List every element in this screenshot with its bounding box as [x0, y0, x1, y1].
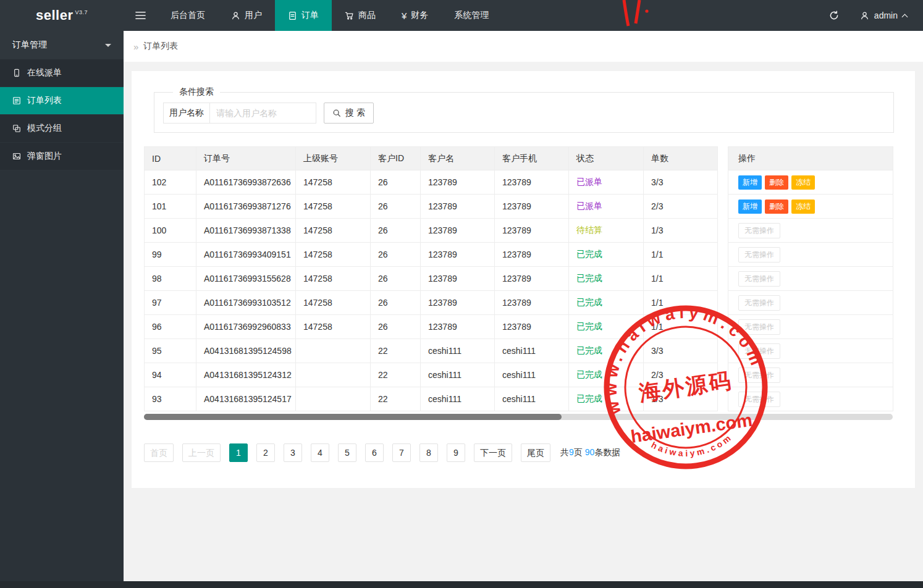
admin-menu[interactable]: admin	[850, 0, 923, 31]
admin-label: admin	[874, 10, 898, 20]
order-no: A01161736993103512	[196, 291, 296, 315]
add-button[interactable]: 新增	[738, 175, 762, 190]
row-id: 99	[145, 243, 196, 267]
refresh-icon	[829, 10, 839, 20]
topbar-nav: 后台首页用户订单商品¥财务系统管理	[158, 0, 502, 31]
pagination-page-7[interactable]: 7	[392, 443, 411, 462]
sidebar-group-order-management[interactable]: 订单管理	[0, 31, 124, 59]
sidebar-item-label: 模式分组	[27, 123, 62, 134]
order-status: 已完成	[569, 267, 644, 291]
customer-name: ceshi111	[421, 387, 495, 411]
group-icon	[12, 124, 21, 133]
search-fieldset: 条件搜索 用户名称 搜 索	[154, 86, 894, 133]
pagination-page-3[interactable]: 3	[284, 443, 302, 462]
ops-cell: 无需操作	[728, 387, 893, 411]
no-action-button: 无需操作	[738, 295, 780, 311]
ops-cell: 无需操作	[728, 267, 893, 291]
customer-phone: ceshi111	[495, 339, 569, 363]
sidebar-item-label: 订单列表	[27, 95, 62, 106]
nav-item-system[interactable]: 系统管理	[441, 0, 502, 31]
table-row: 100A011617369938713381472582612378912378…	[145, 219, 718, 243]
sidebar-item-online-dispatch[interactable]: 在线派单	[0, 59, 124, 87]
operations-table: 操作 新增删除冻结新增删除冻结无需操作无需操作无需操作无需操作无需操作无需操作无…	[728, 146, 893, 411]
pagination-page-6[interactable]: 6	[365, 443, 384, 462]
nav-item-orders[interactable]: 订单	[275, 0, 332, 31]
sidebar-item-popup-image[interactable]: 弹窗图片	[0, 143, 124, 170]
customer-name: ceshi111	[421, 363, 495, 387]
customer-id: 22	[371, 387, 421, 411]
nav-item-goods[interactable]: 商品	[332, 0, 389, 31]
row-id: 97	[145, 291, 196, 315]
sidebar-group-label: 订单管理	[12, 40, 47, 51]
nav-item-label: 系统管理	[454, 10, 489, 21]
order-status: 已完成	[569, 363, 644, 387]
nav-item-users[interactable]: 用户	[218, 0, 275, 31]
no-action-button: 无需操作	[738, 319, 780, 335]
pagination-page-1[interactable]: 1	[229, 443, 248, 462]
order-count: 1/1	[644, 267, 718, 291]
sidebar-item-label: 在线派单	[27, 67, 62, 78]
pagination-page-9[interactable]: 9	[447, 443, 465, 462]
order-status: 已完成	[569, 339, 644, 363]
pagination: 首页上一页123456789下一页尾页共9页 90条数据	[144, 443, 903, 462]
ops-cell: 新增删除冻结	[728, 195, 893, 219]
add-button[interactable]: 新增	[738, 200, 762, 214]
sidebar-item-order-list[interactable]: 订单列表	[0, 87, 124, 115]
sidebar-item-label: 弹窗图片	[27, 151, 62, 162]
nav-item-finance[interactable]: ¥财务	[389, 0, 441, 31]
pagination-next-button[interactable]: 下一页	[474, 443, 512, 462]
customer-phone: 123789	[495, 243, 569, 267]
no-action-button: 无需操作	[738, 223, 780, 238]
order-tables: ID订单号上级账号客户ID客户名客户手机状态单数 102A01161736993…	[144, 146, 903, 411]
table-row: 99A0116173699340915114725826123789123789…	[145, 243, 718, 267]
row-id: 93	[145, 387, 196, 411]
horizontal-scrollbar[interactable]	[144, 414, 893, 420]
list-icon	[12, 96, 21, 105]
column-header: 单数	[644, 147, 718, 170]
pagination-page-4[interactable]: 4	[311, 443, 329, 462]
row-id: 98	[145, 267, 196, 291]
order-count: 1/3	[644, 387, 718, 411]
freeze-button[interactable]: 冻结	[791, 200, 815, 214]
order-status: 已完成	[569, 315, 644, 339]
customer-id: 26	[371, 315, 421, 339]
nav-item-label: 商品	[358, 10, 376, 21]
no-action-button: 无需操作	[738, 271, 780, 287]
row-id: 102	[145, 170, 196, 195]
order-count: 1/1	[644, 291, 718, 315]
menu-toggle-button[interactable]	[124, 0, 158, 31]
order-list-card: 条件搜索 用户名称 搜 索 ID订单号上级账号客户ID客户名客户手机状态单数	[132, 71, 915, 488]
table-row: 97A0116173699310351214725826123789123789…	[145, 291, 718, 315]
scrollbar-thumb[interactable]	[144, 414, 562, 420]
order-no: A01161736993872636	[196, 170, 296, 195]
order-no: A04131681395124517	[196, 387, 296, 411]
customer-id: 22	[371, 339, 421, 363]
parent-account: 147258	[296, 243, 371, 267]
order-no: A04131681395124312	[196, 363, 296, 387]
order-status: 已派单	[569, 170, 644, 195]
search-icon	[332, 109, 341, 117]
order-count: 1/1	[644, 315, 718, 339]
username-input[interactable]	[210, 103, 316, 124]
freeze-button[interactable]: 冻结	[791, 175, 815, 190]
delete-button[interactable]: 删除	[765, 200, 788, 214]
customer-phone: ceshi111	[495, 363, 569, 387]
pagination-page-2[interactable]: 2	[256, 443, 275, 462]
pagination-last-button[interactable]: 尾页	[521, 443, 550, 462]
no-action-button: 无需操作	[738, 247, 780, 262]
pagination-page-8[interactable]: 8	[419, 443, 438, 462]
nav-item-label: 订单	[301, 10, 319, 21]
parent-account	[296, 363, 371, 387]
customer-name: 123789	[421, 291, 495, 315]
summary-total-pages: 9	[569, 447, 574, 457]
ops-row: 无需操作	[728, 291, 893, 315]
search-button[interactable]: 搜 索	[324, 103, 374, 124]
table-row: 95A0413168139512459822ceshi111ceshi111已完…	[145, 339, 718, 363]
parent-account	[296, 387, 371, 411]
sidebar-item-mode-group[interactable]: 模式分组	[0, 115, 124, 143]
pagination-page-5[interactable]: 5	[338, 443, 356, 462]
delete-button[interactable]: 删除	[765, 175, 788, 190]
refresh-button[interactable]	[818, 0, 850, 31]
no-action-button: 无需操作	[738, 343, 780, 359]
nav-item-home[interactable]: 后台首页	[158, 0, 218, 31]
